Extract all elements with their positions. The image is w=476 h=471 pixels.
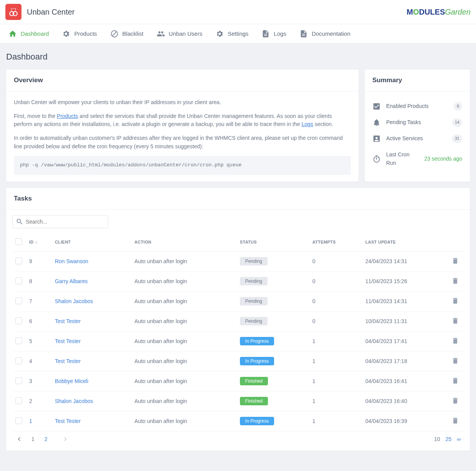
task-attempts: 1 (309, 331, 362, 351)
client-link[interactable]: Ron Swanson (55, 258, 88, 264)
nav-label: Unban Users (169, 30, 203, 37)
cron-command: php -q /vaw/www/public_html/modules/addo… (14, 156, 351, 174)
task-attempts: 1 (309, 411, 362, 431)
delete-button[interactable] (451, 297, 459, 305)
client-link[interactable]: Test Tester (55, 318, 81, 324)
nav-label: Settings (228, 30, 248, 37)
delete-button[interactable] (451, 317, 459, 325)
summary-badge: 31 (452, 134, 462, 143)
nav-logs[interactable]: Logs (257, 24, 291, 43)
tasks-table: ID ↓ CLIENT ACTION STATUS ATTEMPTS LAST … (12, 233, 464, 431)
page-size-option[interactable]: ∞ (457, 436, 461, 442)
tasks-card: Tasks ID ↓ CLIENT ACTION STATUS ATTEMPTS… (6, 188, 470, 451)
home-icon (8, 30, 17, 38)
prev-page-button[interactable] (15, 435, 23, 443)
status-badge: Pending (240, 317, 268, 325)
delete-button[interactable] (451, 357, 459, 365)
page-number[interactable]: 1 (29, 436, 37, 442)
overview-p1: Unban Center will empower your clients t… (14, 98, 351, 107)
col-action[interactable]: ACTION (131, 233, 236, 252)
search-input[interactable] (23, 219, 105, 225)
client-link[interactable]: Bobbye Miceli (55, 378, 88, 384)
page-size-option[interactable]: 25 (445, 436, 451, 442)
summary-label: Enabled Products (386, 102, 448, 111)
search-box[interactable] (12, 215, 108, 228)
brand-logo: MODULESGarden (407, 8, 471, 17)
task-action: Auto unban after login (131, 351, 236, 371)
row-checkbox[interactable] (15, 377, 22, 384)
nav-blacklist[interactable]: Blacklist (106, 24, 148, 43)
users-icon (157, 30, 165, 38)
task-id: 4 (29, 358, 32, 364)
row-checkbox[interactable] (15, 277, 22, 284)
task-last-update: 11/04/2023 14:31 (362, 291, 448, 311)
delete-button[interactable] (451, 257, 459, 265)
doc-icon (261, 30, 270, 38)
summary-title: Summary (365, 70, 470, 91)
nav-label: Logs (274, 30, 286, 37)
table-row: 4 Test Tester Auto unban after login In … (12, 351, 464, 371)
gear-icon (215, 30, 224, 38)
row-checkbox[interactable] (15, 417, 22, 424)
task-attempts: 0 (309, 251, 362, 271)
nav-dashboard[interactable]: Dashboard (4, 24, 53, 43)
status-badge: In Progress (240, 337, 274, 345)
next-page-button[interactable] (61, 435, 69, 443)
client-link[interactable]: Test Tester (55, 338, 81, 344)
summary-label: Active Services (386, 134, 447, 143)
page-title: Dashboard (6, 52, 470, 62)
table-row: 9 Ron Swanson Auto unban after login Pen… (12, 251, 464, 271)
task-attempts: 0 (309, 291, 362, 311)
delete-button[interactable] (451, 277, 459, 285)
col-last-update[interactable]: LAST UPDATE (362, 233, 448, 252)
delete-button[interactable] (451, 417, 459, 425)
task-id-link[interactable]: 1 (29, 418, 32, 424)
select-all-checkbox[interactable] (15, 238, 22, 245)
row-checkbox[interactable] (15, 317, 22, 324)
logs-link[interactable]: Logs (301, 121, 313, 127)
nav-documentation[interactable]: Documentation (295, 24, 355, 43)
nav-unban-users[interactable]: Unban Users (152, 24, 207, 43)
client-link[interactable]: Garry Albares (55, 278, 88, 284)
nav-settings[interactable]: Settings (211, 24, 253, 43)
row-checkbox[interactable] (15, 297, 22, 304)
handcuffs-icon (8, 7, 18, 17)
page-size-option[interactable]: 10 (434, 436, 440, 442)
tasks-title: Tasks (6, 188, 470, 210)
products-link[interactable]: Products (57, 113, 78, 119)
page-number[interactable]: 2 (42, 436, 50, 442)
delete-button[interactable] (451, 397, 459, 405)
client-link[interactable]: Test Tester (55, 418, 81, 424)
client-link[interactable]: Shalon Jacobos (55, 398, 93, 404)
row-checkbox[interactable] (15, 337, 22, 344)
timer-icon (372, 155, 381, 163)
row-checkbox[interactable] (15, 397, 22, 404)
search-icon (16, 218, 23, 226)
task-id: 5 (29, 338, 32, 344)
table-row: 7 Shalon Jacobos Auto unban after login … (12, 291, 464, 311)
task-last-update: 24/04/2023 14:31 (362, 251, 448, 271)
client-link[interactable]: Shalon Jacobos (55, 298, 93, 304)
task-attempts: 0 (309, 271, 362, 291)
row-checkbox[interactable] (15, 357, 22, 364)
task-attempts: 1 (309, 351, 362, 371)
task-action: Auto unban after login (131, 311, 236, 331)
client-link[interactable]: Test Tester (55, 358, 81, 364)
delete-button[interactable] (451, 337, 459, 345)
summary-value: 23 seconds ago (424, 155, 462, 163)
gear-icon (62, 30, 70, 38)
table-row: 6 Test Tester Auto unban after login Pen… (12, 311, 464, 331)
task-action: Auto unban after login (131, 371, 236, 391)
col-attempts[interactable]: ATTEMPTS (309, 233, 362, 252)
table-footer: 12 1025∞ (12, 431, 464, 448)
nav-products[interactable]: Products (57, 24, 101, 43)
col-id[interactable]: ID ↓ (26, 233, 52, 252)
task-id: 7 (29, 298, 32, 304)
delete-button[interactable] (451, 377, 459, 385)
summary-item: Pending Tasks14 (372, 114, 462, 131)
col-client[interactable]: CLIENT (52, 233, 131, 252)
overview-title: Overview (6, 70, 359, 91)
row-checkbox[interactable] (15, 257, 22, 264)
table-row: 1 Test Tester Auto unban after login In … (12, 411, 464, 431)
col-status[interactable]: STATUS (237, 233, 309, 252)
